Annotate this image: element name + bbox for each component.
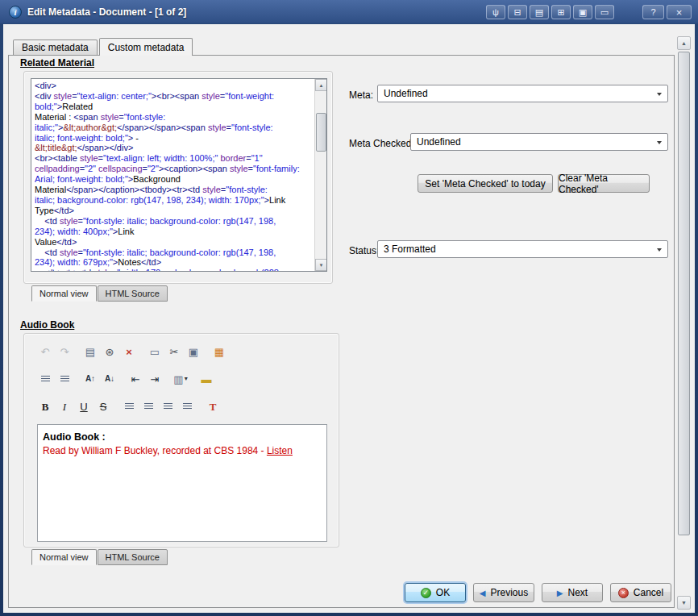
- listen-link[interactable]: Listen: [267, 445, 293, 456]
- code-line: <div>: [35, 81, 311, 91]
- collapse-panel-button[interactable]: ⊟: [508, 5, 527, 19]
- strike-icon[interactable]: S: [93, 398, 113, 414]
- tab-basic-metadata[interactable]: Basic metadata: [13, 40, 98, 55]
- audio-view-tabs: Normal view HTML Source: [31, 549, 168, 565]
- decrease-font-icon[interactable]: A↓: [100, 371, 119, 387]
- expand-panel-button[interactable]: ⊞: [551, 5, 571, 19]
- related-html-source-tab[interactable]: HTML Source: [98, 285, 168, 302]
- scroll-down-icon[interactable]: ▼: [315, 259, 327, 271]
- code-line: &lt;title&gt;</span></div>: [35, 143, 311, 153]
- redo-icon: ↷: [60, 347, 69, 357]
- outdent-icon: ⇤: [131, 374, 140, 385]
- highlight-icon[interactable]: ▬: [197, 371, 216, 387]
- scroll-down-icon[interactable]: ▼: [677, 596, 691, 610]
- dialog-body: Basic metadata Custom metadata Related M…: [3, 24, 695, 613]
- bold-icon[interactable]: B: [35, 398, 55, 414]
- align-left-icon: [125, 403, 134, 410]
- html-source-code[interactable]: <div><div style="text-align: center;"><b…: [35, 81, 311, 271]
- gear-icon: ⊛: [106, 347, 114, 357]
- cut-icon[interactable]: ✂: [164, 343, 184, 360]
- table-icon[interactable]: ▥▾: [171, 371, 190, 387]
- align-right-icon[interactable]: [158, 398, 177, 414]
- clear-meta-checked-button[interactable]: Clear 'Meta Checked': [558, 174, 650, 193]
- code-line: 234); width: 400px;">Link: [35, 227, 311, 237]
- cancel-label: Cancel: [634, 587, 663, 598]
- paste-special-icon[interactable]: ▣: [184, 343, 203, 360]
- scrollbar-thumb[interactable]: [316, 113, 326, 152]
- meta-checked-dropdown[interactable]: Undefined: [410, 133, 668, 151]
- audio-book-groupbox: ↶↷▤⊛×▭✂▣▦ A↑A↓⇤⇥▥▾▬ BIUST Audio Book : R…: [23, 333, 339, 547]
- grid-view-button[interactable]: ▤: [530, 5, 549, 19]
- ok-button[interactable]: ✓ OK: [405, 583, 466, 602]
- meta-checked-label: Meta Checked:: [349, 138, 414, 149]
- code-line: italic; background-color: rgb(147, 198, …: [35, 195, 311, 206]
- align-center-icon[interactable]: [139, 398, 158, 414]
- source-editor-scrollbar[interactable]: ▲ ▼: [314, 79, 326, 271]
- scroll-up-icon[interactable]: ▲: [677, 36, 691, 50]
- code-line: <td style="font-style: italic; backgroun…: [35, 248, 311, 258]
- status-value: 3 Formatted: [384, 243, 436, 255]
- tab-custom-metadata[interactable]: Custom metadata: [99, 38, 193, 56]
- next-button[interactable]: ▶ Next: [542, 583, 603, 602]
- related-view-tabs: Normal view HTML Source: [31, 285, 168, 302]
- code-line: 234); width: 679px;">Notes</td>: [35, 257, 311, 268]
- outdent-icon[interactable]: ⇤: [126, 371, 145, 387]
- status-dropdown[interactable]: 3 Formatted: [377, 240, 668, 258]
- cross-icon: ×: [618, 588, 629, 598]
- decrease-font-icon: A↓: [105, 375, 114, 383]
- html-source-editor[interactable]: <div><div style="text-align: center;"><b…: [31, 78, 327, 272]
- insert-date-icon: ▦: [214, 347, 224, 357]
- gear-icon[interactable]: ⊛: [100, 343, 119, 360]
- meta-checked-value: Undefined: [417, 136, 461, 148]
- help-button[interactable]: ?: [642, 5, 664, 19]
- increase-font-icon[interactable]: A↑: [81, 371, 100, 387]
- meta-dropdown[interactable]: Undefined: [377, 85, 668, 102]
- bullet-list-icon[interactable]: [35, 371, 55, 387]
- close-button[interactable]: ×: [667, 5, 692, 19]
- close-icon: ×: [676, 7, 683, 18]
- undo-icon[interactable]: ↶: [35, 343, 55, 360]
- rich-text-editor[interactable]: Audio Book : Read by William F Buckley, …: [37, 424, 327, 542]
- italic-icon[interactable]: I: [55, 398, 74, 414]
- code-line: <div style="text-align: center;"><br><sp…: [35, 91, 311, 102]
- panel-button[interactable]: ▣: [573, 5, 592, 19]
- scroll-up-icon[interactable]: ▲: [315, 79, 327, 91]
- audio-html-source-tab[interactable]: HTML Source: [98, 549, 168, 565]
- undo-icon: ↶: [41, 347, 50, 357]
- font-color-icon: T: [210, 402, 217, 412]
- redo-icon[interactable]: ↷: [55, 343, 74, 360]
- grid-view-icon: ▤: [535, 8, 543, 17]
- previous-button[interactable]: ◀ Previous: [473, 583, 534, 602]
- page-scrollbar[interactable]: ▲ ▼: [677, 36, 691, 610]
- panel-icon: ▣: [579, 8, 587, 17]
- plugin-icon: ψ: [492, 8, 499, 17]
- delete-icon[interactable]: ×: [119, 343, 139, 360]
- numbered-list-icon: [60, 376, 69, 383]
- strike-icon: S: [100, 402, 107, 412]
- related-normal-view-tab[interactable]: Normal view: [31, 285, 97, 302]
- dock-button[interactable]: ▭: [595, 5, 614, 19]
- paste-icon[interactable]: ▤: [81, 343, 100, 360]
- indent-icon: ⇥: [151, 374, 160, 385]
- meta-label: Meta:: [349, 89, 373, 101]
- underline-icon[interactable]: U: [74, 398, 93, 414]
- align-left-icon[interactable]: [119, 398, 139, 414]
- increase-font-icon: A↑: [85, 375, 95, 383]
- audio-normal-view-tab[interactable]: Normal view: [31, 549, 97, 565]
- comment-icon[interactable]: ▭: [145, 343, 164, 360]
- scrollbar-thumb[interactable]: [678, 52, 690, 535]
- editor-toolbar-row-3: BIUST: [35, 398, 222, 414]
- font-color-icon[interactable]: T: [203, 398, 222, 414]
- numbered-list-icon[interactable]: [55, 371, 74, 387]
- code-line: Type</td>: [35, 206, 311, 216]
- cut-icon: ✂: [170, 347, 179, 357]
- cancel-button[interactable]: × Cancel: [610, 583, 671, 602]
- insert-date-icon[interactable]: ▦: [210, 343, 229, 360]
- meta-value: Undefined: [384, 88, 428, 99]
- indent-icon[interactable]: ⇥: [145, 371, 164, 387]
- set-meta-checked-today-button[interactable]: Set 'Meta Checked' to today: [418, 174, 553, 193]
- align-justify-icon[interactable]: [177, 398, 197, 414]
- plugin-button[interactable]: ψ: [486, 5, 505, 19]
- code-line: italic;">&lt;author&gt;</span></span><sp…: [35, 123, 311, 133]
- chevron-down-icon: ▾: [185, 376, 188, 382]
